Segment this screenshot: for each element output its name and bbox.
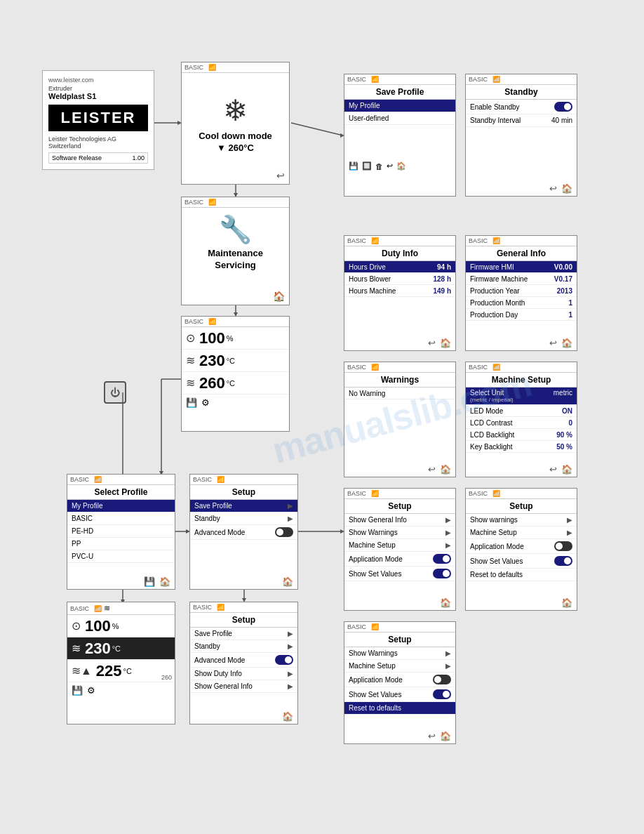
ms-unit-row[interactable]: Select Unitmetric (metric / imperial) [466,388,577,405]
op2-temp2-row: ≋▲ 225 °C 260 [67,660,175,682]
r1-setvals-toggle[interactable] [433,569,451,578]
profile-item-basic[interactable]: BASIC [67,512,175,525]
setup2-title: Setup [190,613,297,628]
warnings-title: Warnings [344,373,455,388]
setup2-general[interactable]: Show General Info▶ [190,680,297,693]
wifi-icon-r3: 📶 [371,623,379,630]
setup1-header: BASIC 📶 [190,475,297,485]
warnings-screen: BASIC 📶 Warnings No Warning ↩ 🏠 [344,362,456,477]
leister-logo: LEISTER [48,105,148,131]
ms-led-row[interactable]: LED ModeON [466,405,577,417]
setup-r3-title: Setup [344,633,455,647]
r1-machine[interactable]: Machine Setup▶ [344,539,455,552]
save-my-profile[interactable]: My Profile [344,100,455,112]
ms-backlight-row[interactable]: LCD Backlight90 % [466,429,577,441]
home-icon-standby: 🏠 [561,183,572,194]
setup2-duty[interactable]: Show Duty Info▶ [190,668,297,680]
r2-footer: 🏠 [466,597,577,608]
r1-setvals[interactable]: Show Set Values [344,567,455,581]
r2-machine[interactable]: Machine Setup▶ [466,527,577,539]
setup1-advanced[interactable]: Advanced Mode [190,525,297,540]
wifi-icon-r2: 📶 [492,490,500,497]
setup1-standby[interactable]: Standby▶ [190,512,297,525]
power-button[interactable]: ⏻ [104,381,126,404]
ms-contrast-row[interactable]: LCD Contrast0 [466,417,577,429]
op2-temp1-icon: ≋ [72,642,81,655]
wifi-icon-standby: 📶 [492,76,500,83]
r3-reset[interactable]: Reset to defaults [344,702,455,715]
cooldown-text: Cool down mode ▼ 260°C [199,131,272,154]
company-name: Leister Technologies AG Switzerland [48,135,148,150]
wifi-icon-gi: 📶 [492,237,500,244]
save-profile-list: My Profile User-defined [344,100,455,125]
save-profile-title: Save Profile [344,85,455,100]
gi-day-row: Production Day1 [466,309,577,321]
advanced-toggle-1[interactable] [275,527,293,537]
setup-r3-list: Show Warnings▶ Machine Setup▶ Applicatio… [344,647,455,715]
profile-item-pp[interactable]: PP [67,538,175,550]
r3-setvals[interactable]: Show Set Values [344,687,455,702]
general-info-header: BASIC 📶 [466,236,577,246]
r3-warnings[interactable]: Show Warnings▶ [344,647,455,660]
home-icon-duty: 🏠 [440,338,451,348]
r3-appmode[interactable]: Application Mode [344,673,455,687]
machine-setup-header: BASIC 📶 [466,362,577,373]
cooldown-screen: BASIC 📶 ❄ Cool down mode ▼ 260°C ↩ [181,62,290,185]
r3-app-toggle[interactable] [433,675,451,684]
wifi-icon-op2: 📶 [94,605,102,612]
select-profile-title: Select Profile [67,485,175,500]
home-icon-warn: 🏠 [440,464,451,475]
r2-appmode[interactable]: Application Mode [466,539,577,554]
advanced-toggle-2[interactable] [275,655,293,665]
r2-reset[interactable]: Reset to defaults [466,569,577,581]
warnings-header: BASIC 📶 [344,362,455,373]
setup2-standby[interactable]: Standby▶ [190,640,297,653]
setup2-save[interactable]: Save Profile▶ [190,628,297,640]
maintenance-header: BASIC 📶 [182,197,289,208]
op2-speed-icon: ⊙ [72,619,81,633]
setup2-advanced[interactable]: Advanced Mode [190,653,297,668]
gi-machine-row: Firmware MachineV0.17 [466,273,577,285]
machine-setup-screen: BASIC 📶 Machine Setup Select Unitmetric … [465,362,577,477]
wifi-icon: 📶 [208,64,216,71]
save-user-defined[interactable]: User-defined [344,112,455,125]
duty-drive-row: Hours Drive94 h [344,261,455,273]
wifi-icon-duty: 📶 [371,237,379,244]
home-icon-r3: 🏠 [440,731,451,741]
speed-icon: ⊙ [186,331,195,345]
enable-standby-row[interactable]: Enable Standby [466,100,577,114]
setup1-save[interactable]: Save Profile▶ [190,500,297,512]
r2-setvals[interactable]: Show Set Values [466,554,577,569]
r1-general[interactable]: Show General Info▶ [344,514,455,527]
op2-header: BASIC 📶 ≋ [67,602,175,615]
op1-header: BASIC 📶 [182,317,289,327]
save-profile-header: BASIC 📶 [344,74,455,85]
device-url: www.leister.com [48,77,148,84]
r2-app-toggle[interactable] [554,541,572,551]
standby-footer: ↩ 🏠 [466,183,577,194]
gi-year-row: Production Year2013 [466,285,577,297]
wifi-icon-r1: 📶 [371,490,379,497]
save-icon: 💾 [349,161,358,171]
profile-item-pvc[interactable]: PVC-U [67,550,175,563]
standby-title: Standby [466,85,577,100]
r1-app-toggle[interactable] [433,554,451,564]
home-icon-r1: 🏠 [440,597,451,608]
ms-key-row[interactable]: Key Backlight50 % [466,441,577,453]
r1-warnings[interactable]: Show Warnings▶ [344,527,455,539]
r2-setvals-toggle[interactable] [554,556,572,566]
profile-item-pe[interactable]: PE-HD [67,525,175,538]
setup-r2-title: Setup [466,499,577,514]
maintenance-text: Maintenance Servicing [208,248,263,272]
r1-appmode[interactable]: Application Mode [344,552,455,567]
r2-warnings[interactable]: Show warnings▶ [466,514,577,527]
select-profile-footer: 💾 🏠 [67,576,175,587]
enable-standby-toggle[interactable] [554,102,572,112]
temp2-row: ≋ 260 °C [182,372,289,395]
machine-setup-list: Select Unitmetric (metric / imperial) LE… [466,388,577,453]
r3-setvals-toggle[interactable] [433,689,451,699]
home-icon-ms: 🏠 [561,464,572,475]
r3-machine[interactable]: Machine Setup▶ [344,660,455,673]
profile-item-my[interactable]: My Profile [67,500,175,512]
wifi-icon-sp: 📶 [94,476,102,483]
